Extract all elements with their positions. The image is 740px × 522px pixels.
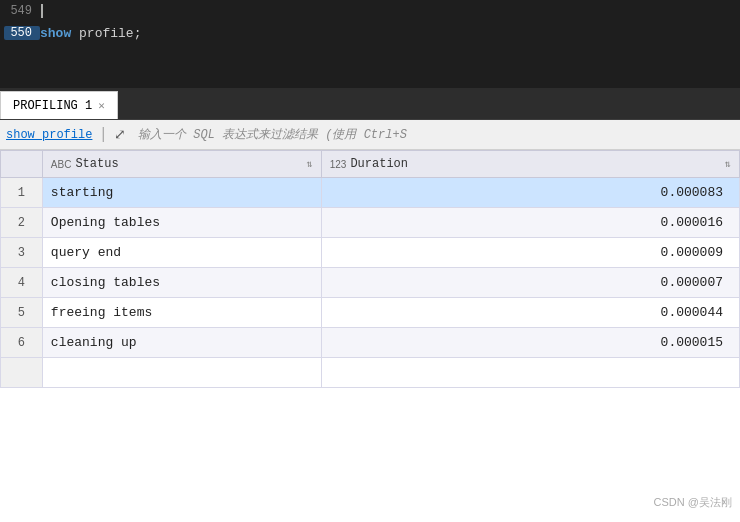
row-num-cell: 4 bbox=[1, 268, 43, 298]
code-text-profile: profile; bbox=[79, 26, 141, 41]
table-row-empty bbox=[1, 358, 740, 388]
status-cell: freeing items bbox=[42, 298, 321, 328]
tab-label: PROFILING 1 bbox=[13, 99, 92, 113]
keyword-show: show bbox=[40, 26, 71, 41]
row-num-cell: 1 bbox=[1, 178, 43, 208]
duration-cell: 0.000016 bbox=[321, 208, 739, 238]
row-num-cell: 2 bbox=[1, 208, 43, 238]
code-editor: 549 550 show profile; bbox=[0, 0, 740, 88]
table-row[interactable]: 4closing tables0.000007 bbox=[1, 268, 740, 298]
table-row[interactable]: 5freeing items0.000044 bbox=[1, 298, 740, 328]
tab-close-icon[interactable]: ✕ bbox=[98, 99, 105, 112]
col-header-duration[interactable]: 123 Duration ⇅ bbox=[321, 151, 739, 178]
status-cell: closing tables bbox=[42, 268, 321, 298]
status-cell: query end bbox=[42, 238, 321, 268]
toolbar-show-profile-link[interactable]: show profile bbox=[6, 128, 92, 142]
table-header-row: ABC Status ⇅ 123 Duration ⇅ bbox=[1, 151, 740, 178]
status-cell: Opening tables bbox=[42, 208, 321, 238]
row-num-cell: 5 bbox=[1, 298, 43, 328]
table-row[interactable]: 1starting0.000083 bbox=[1, 178, 740, 208]
status-sort-icon[interactable]: ⇅ bbox=[307, 158, 313, 170]
duration-cell: 0.000044 bbox=[321, 298, 739, 328]
tab-profiling[interactable]: PROFILING 1 ✕ bbox=[0, 91, 118, 119]
duration-sort-icon[interactable]: ⇅ bbox=[725, 158, 731, 170]
watermark: CSDN @吴法刚 bbox=[654, 495, 732, 510]
line-number-550: 550 bbox=[4, 26, 40, 40]
toolbar-separator: | bbox=[98, 126, 108, 144]
duration-type-badge: 123 bbox=[330, 159, 347, 170]
table-row[interactable]: 2Opening tables0.000016 bbox=[1, 208, 740, 238]
table-body: 1starting0.0000832Opening tables0.000016… bbox=[1, 178, 740, 388]
col-duration-label: Duration bbox=[350, 157, 408, 171]
duration-cell: 0.000015 bbox=[321, 328, 739, 358]
row-num-cell: 6 bbox=[1, 328, 43, 358]
status-cell: cleaning up bbox=[42, 328, 321, 358]
col-header-status[interactable]: ABC Status ⇅ bbox=[42, 151, 321, 178]
line-number-549: 549 bbox=[4, 4, 40, 18]
toolbar: show profile | ⤢ 输入一个 SQL 表达式来过滤结果 (使用 C… bbox=[0, 120, 740, 150]
code-line-550: 550 show profile; bbox=[0, 22, 740, 44]
expand-icon[interactable]: ⤢ bbox=[114, 126, 126, 143]
results-table: ABC Status ⇅ 123 Duration ⇅ 1 bbox=[0, 150, 740, 388]
status-type-badge: ABC bbox=[51, 159, 72, 170]
filter-placeholder: 输入一个 SQL 表达式来过滤结果 (使用 Ctrl+S bbox=[138, 126, 407, 143]
tab-bar: PROFILING 1 ✕ bbox=[0, 88, 740, 120]
code-line-549: 549 bbox=[0, 0, 740, 22]
col-status-label: Status bbox=[75, 157, 118, 171]
status-cell: starting bbox=[42, 178, 321, 208]
table-row[interactable]: 3query end0.000009 bbox=[1, 238, 740, 268]
col-header-rownum bbox=[1, 151, 43, 178]
duration-cell: 0.000007 bbox=[321, 268, 739, 298]
duration-cell: 0.000009 bbox=[321, 238, 739, 268]
results-table-container: ABC Status ⇅ 123 Duration ⇅ 1 bbox=[0, 150, 740, 522]
table-row[interactable]: 6cleaning up0.000015 bbox=[1, 328, 740, 358]
duration-cell: 0.000083 bbox=[321, 178, 739, 208]
row-num-cell: 3 bbox=[1, 238, 43, 268]
